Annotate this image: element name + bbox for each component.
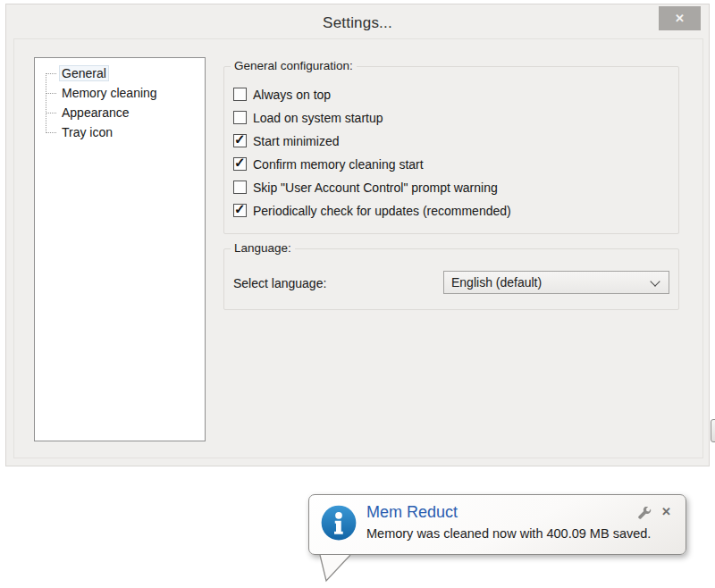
checkbox-label: Always on top — [253, 88, 331, 102]
window-title: Settings... — [6, 14, 709, 32]
checkbox-load-on-startup[interactable]: Load on system startup — [233, 110, 669, 125]
checkbox-label: Skip "User Account Control" prompt warni… — [253, 181, 498, 195]
checkbox-label: Load on system startup — [253, 111, 383, 125]
settings-category-tree: General Memory cleaning Appearance Tray … — [34, 57, 206, 441]
group-title: General configuration: — [231, 59, 357, 72]
checkbox-box[interactable]: ✓ — [233, 134, 247, 147]
tree-item-memory-cleaning[interactable]: Memory cleaning — [35, 83, 205, 103]
tree-item-label: Memory cleaning — [59, 85, 160, 101]
wrench-icon[interactable] — [637, 507, 652, 521]
tree-item-label: General — [59, 65, 109, 81]
language-group: Language: Select language: English (defa… — [223, 248, 679, 310]
check-icon: ✓ — [234, 201, 246, 217]
checkbox-confirm-cleaning[interactable]: ✓ Confirm memory cleaning start — [233, 156, 669, 172]
notification-close-icon[interactable]: ✕ — [661, 505, 671, 518]
settings-window: Settings... ✕ General Memory cleaning Ap… — [5, 4, 710, 466]
apply-button[interactable]: Apply — [711, 419, 715, 442]
checkbox-box[interactable] — [233, 88, 247, 101]
window-close-button[interactable]: ✕ — [659, 6, 701, 30]
tree-item-appearance[interactable]: Appearance — [35, 103, 205, 122]
balloon-tail — [315, 554, 352, 584]
group-title: Language: — [231, 241, 295, 255]
tray-notification-balloon: Mem Reduct Memory was cleaned now with 4… — [308, 494, 686, 555]
checkbox-start-minimized[interactable]: ✓ Start minimized — [233, 133, 669, 148]
language-row: Select language: English (default) — [233, 271, 669, 294]
language-dropdown[interactable]: English (default) — [443, 271, 669, 294]
general-configuration-group: General configuration: Always on top Loa… — [223, 66, 679, 234]
checkbox-box[interactable] — [233, 111, 247, 124]
tree-item-tray-icon[interactable]: Tray icon — [35, 122, 205, 142]
tree-item-label: Tray icon — [59, 124, 115, 140]
titlebar: Settings... ✕ — [6, 4, 709, 38]
checkbox-list: Always on top Load on system startup ✓ S… — [233, 87, 669, 226]
notification-message: Memory was cleaned now with 400.09 MB sa… — [366, 526, 651, 541]
dialog-client-area: General Memory cleaning Appearance Tray … — [13, 38, 703, 458]
select-language-label: Select language: — [233, 276, 326, 290]
close-icon: ✕ — [675, 12, 685, 25]
chevron-down-icon — [650, 276, 660, 286]
checkbox-always-on-top[interactable]: Always on top — [233, 87, 669, 102]
checkbox-box[interactable]: ✓ — [233, 204, 247, 217]
info-icon — [321, 505, 357, 541]
checkbox-check-updates[interactable]: ✓ Periodically check for updates (recomm… — [233, 203, 669, 218]
checkbox-label: Confirm memory cleaning start — [253, 157, 424, 172]
check-icon: ✓ — [234, 131, 246, 147]
language-dropdown-value: English (default) — [451, 275, 542, 290]
checkbox-label: Periodically check for updates (recommen… — [253, 204, 511, 218]
checkbox-box[interactable] — [233, 181, 247, 194]
tree-item-label: Appearance — [59, 105, 132, 121]
settings-panel: General configuration: Always on top Loa… — [223, 39, 679, 459]
checkbox-box[interactable]: ✓ — [233, 157, 247, 171]
checkbox-label: Start minimized — [253, 134, 339, 148]
notification-title: Mem Reduct — [366, 503, 458, 522]
check-icon: ✓ — [234, 155, 246, 171]
tree-item-general[interactable]: General — [35, 63, 205, 83]
checkbox-skip-uac[interactable]: Skip "User Account Control" prompt warni… — [233, 180, 669, 195]
